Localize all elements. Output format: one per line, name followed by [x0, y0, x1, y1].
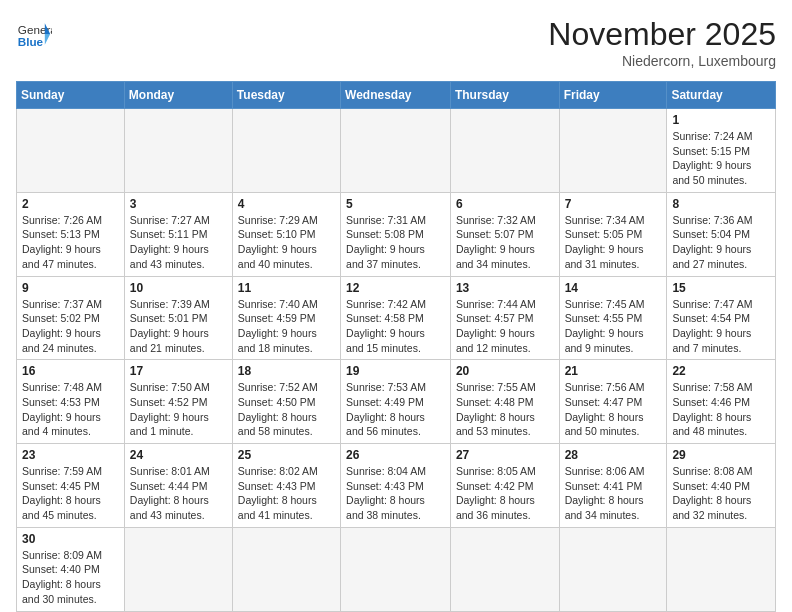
day-info: Sunrise: 8:08 AM Sunset: 4:40 PM Dayligh…	[672, 464, 770, 523]
day-info: Sunrise: 7:47 AM Sunset: 4:54 PM Dayligh…	[672, 297, 770, 356]
day-info: Sunrise: 7:59 AM Sunset: 4:45 PM Dayligh…	[22, 464, 119, 523]
day-info: Sunrise: 8:01 AM Sunset: 4:44 PM Dayligh…	[130, 464, 227, 523]
day-of-week-header: Saturday	[667, 82, 776, 109]
calendar-cell: 23Sunrise: 7:59 AM Sunset: 4:45 PM Dayli…	[17, 444, 125, 528]
day-of-week-header: Monday	[124, 82, 232, 109]
calendar-header-row: SundayMondayTuesdayWednesdayThursdayFrid…	[17, 82, 776, 109]
day-number: 30	[22, 532, 119, 546]
calendar-cell	[124, 527, 232, 611]
calendar-cell: 19Sunrise: 7:53 AM Sunset: 4:49 PM Dayli…	[341, 360, 451, 444]
calendar-cell	[450, 527, 559, 611]
calendar-week-row: 9Sunrise: 7:37 AM Sunset: 5:02 PM Daylig…	[17, 276, 776, 360]
day-number: 10	[130, 281, 227, 295]
day-info: Sunrise: 7:39 AM Sunset: 5:01 PM Dayligh…	[130, 297, 227, 356]
calendar-cell	[232, 109, 340, 193]
calendar-cell: 24Sunrise: 8:01 AM Sunset: 4:44 PM Dayli…	[124, 444, 232, 528]
calendar-cell: 17Sunrise: 7:50 AM Sunset: 4:52 PM Dayli…	[124, 360, 232, 444]
calendar-cell: 27Sunrise: 8:05 AM Sunset: 4:42 PM Dayli…	[450, 444, 559, 528]
calendar-cell	[232, 527, 340, 611]
day-info: Sunrise: 7:45 AM Sunset: 4:55 PM Dayligh…	[565, 297, 662, 356]
day-number: 27	[456, 448, 554, 462]
day-info: Sunrise: 7:53 AM Sunset: 4:49 PM Dayligh…	[346, 380, 445, 439]
day-info: Sunrise: 8:06 AM Sunset: 4:41 PM Dayligh…	[565, 464, 662, 523]
calendar-cell: 30Sunrise: 8:09 AM Sunset: 4:40 PM Dayli…	[17, 527, 125, 611]
day-info: Sunrise: 7:55 AM Sunset: 4:48 PM Dayligh…	[456, 380, 554, 439]
day-number: 14	[565, 281, 662, 295]
calendar-cell	[559, 109, 667, 193]
day-number: 22	[672, 364, 770, 378]
day-number: 19	[346, 364, 445, 378]
day-of-week-header: Wednesday	[341, 82, 451, 109]
title-block: November 2025 Niedercorn, Luxembourg	[548, 16, 776, 69]
day-number: 26	[346, 448, 445, 462]
calendar-cell: 9Sunrise: 7:37 AM Sunset: 5:02 PM Daylig…	[17, 276, 125, 360]
day-number: 29	[672, 448, 770, 462]
day-number: 25	[238, 448, 335, 462]
day-info: Sunrise: 8:09 AM Sunset: 4:40 PM Dayligh…	[22, 548, 119, 607]
day-info: Sunrise: 7:24 AM Sunset: 5:15 PM Dayligh…	[672, 129, 770, 188]
calendar-cell: 25Sunrise: 8:02 AM Sunset: 4:43 PM Dayli…	[232, 444, 340, 528]
day-number: 28	[565, 448, 662, 462]
calendar-cell: 13Sunrise: 7:44 AM Sunset: 4:57 PM Dayli…	[450, 276, 559, 360]
calendar-cell: 22Sunrise: 7:58 AM Sunset: 4:46 PM Dayli…	[667, 360, 776, 444]
calendar-cell: 5Sunrise: 7:31 AM Sunset: 5:08 PM Daylig…	[341, 192, 451, 276]
day-of-week-header: Friday	[559, 82, 667, 109]
day-number: 5	[346, 197, 445, 211]
calendar-cell	[559, 527, 667, 611]
day-number: 24	[130, 448, 227, 462]
day-number: 21	[565, 364, 662, 378]
day-number: 7	[565, 197, 662, 211]
day-number: 18	[238, 364, 335, 378]
day-info: Sunrise: 7:27 AM Sunset: 5:11 PM Dayligh…	[130, 213, 227, 272]
calendar-cell: 4Sunrise: 7:29 AM Sunset: 5:10 PM Daylig…	[232, 192, 340, 276]
month-title: November 2025	[548, 16, 776, 53]
calendar-cell	[341, 527, 451, 611]
day-number: 17	[130, 364, 227, 378]
calendar-week-row: 1Sunrise: 7:24 AM Sunset: 5:15 PM Daylig…	[17, 109, 776, 193]
calendar-cell	[341, 109, 451, 193]
calendar-cell: 6Sunrise: 7:32 AM Sunset: 5:07 PM Daylig…	[450, 192, 559, 276]
calendar-cell: 7Sunrise: 7:34 AM Sunset: 5:05 PM Daylig…	[559, 192, 667, 276]
calendar-cell	[450, 109, 559, 193]
svg-text:Blue: Blue	[18, 35, 44, 48]
calendar-cell: 29Sunrise: 8:08 AM Sunset: 4:40 PM Dayli…	[667, 444, 776, 528]
calendar-cell: 28Sunrise: 8:06 AM Sunset: 4:41 PM Dayli…	[559, 444, 667, 528]
day-info: Sunrise: 7:36 AM Sunset: 5:04 PM Dayligh…	[672, 213, 770, 272]
day-number: 13	[456, 281, 554, 295]
day-info: Sunrise: 8:05 AM Sunset: 4:42 PM Dayligh…	[456, 464, 554, 523]
calendar-cell	[124, 109, 232, 193]
day-info: Sunrise: 7:52 AM Sunset: 4:50 PM Dayligh…	[238, 380, 335, 439]
day-info: Sunrise: 7:32 AM Sunset: 5:07 PM Dayligh…	[456, 213, 554, 272]
day-info: Sunrise: 7:42 AM Sunset: 4:58 PM Dayligh…	[346, 297, 445, 356]
day-info: Sunrise: 7:48 AM Sunset: 4:53 PM Dayligh…	[22, 380, 119, 439]
day-of-week-header: Sunday	[17, 82, 125, 109]
calendar-week-row: 23Sunrise: 7:59 AM Sunset: 4:45 PM Dayli…	[17, 444, 776, 528]
calendar-week-row: 30Sunrise: 8:09 AM Sunset: 4:40 PM Dayli…	[17, 527, 776, 611]
logo-icon: General Blue	[16, 16, 52, 52]
calendar-table: SundayMondayTuesdayWednesdayThursdayFrid…	[16, 81, 776, 612]
day-info: Sunrise: 7:44 AM Sunset: 4:57 PM Dayligh…	[456, 297, 554, 356]
calendar-cell: 10Sunrise: 7:39 AM Sunset: 5:01 PM Dayli…	[124, 276, 232, 360]
logo: General Blue	[16, 16, 52, 52]
calendar-week-row: 2Sunrise: 7:26 AM Sunset: 5:13 PM Daylig…	[17, 192, 776, 276]
calendar-cell: 15Sunrise: 7:47 AM Sunset: 4:54 PM Dayli…	[667, 276, 776, 360]
day-number: 9	[22, 281, 119, 295]
location: Niedercorn, Luxembourg	[548, 53, 776, 69]
calendar-cell: 26Sunrise: 8:04 AM Sunset: 4:43 PM Dayli…	[341, 444, 451, 528]
calendar-cell: 12Sunrise: 7:42 AM Sunset: 4:58 PM Dayli…	[341, 276, 451, 360]
day-info: Sunrise: 7:31 AM Sunset: 5:08 PM Dayligh…	[346, 213, 445, 272]
calendar-cell: 8Sunrise: 7:36 AM Sunset: 5:04 PM Daylig…	[667, 192, 776, 276]
day-info: Sunrise: 7:29 AM Sunset: 5:10 PM Dayligh…	[238, 213, 335, 272]
day-info: Sunrise: 7:56 AM Sunset: 4:47 PM Dayligh…	[565, 380, 662, 439]
day-info: Sunrise: 8:02 AM Sunset: 4:43 PM Dayligh…	[238, 464, 335, 523]
calendar-cell: 18Sunrise: 7:52 AM Sunset: 4:50 PM Dayli…	[232, 360, 340, 444]
calendar-cell: 14Sunrise: 7:45 AM Sunset: 4:55 PM Dayli…	[559, 276, 667, 360]
day-number: 8	[672, 197, 770, 211]
day-info: Sunrise: 7:34 AM Sunset: 5:05 PM Dayligh…	[565, 213, 662, 272]
calendar-cell: 11Sunrise: 7:40 AM Sunset: 4:59 PM Dayli…	[232, 276, 340, 360]
day-number: 2	[22, 197, 119, 211]
day-info: Sunrise: 7:40 AM Sunset: 4:59 PM Dayligh…	[238, 297, 335, 356]
day-number: 4	[238, 197, 335, 211]
day-number: 12	[346, 281, 445, 295]
day-number: 15	[672, 281, 770, 295]
